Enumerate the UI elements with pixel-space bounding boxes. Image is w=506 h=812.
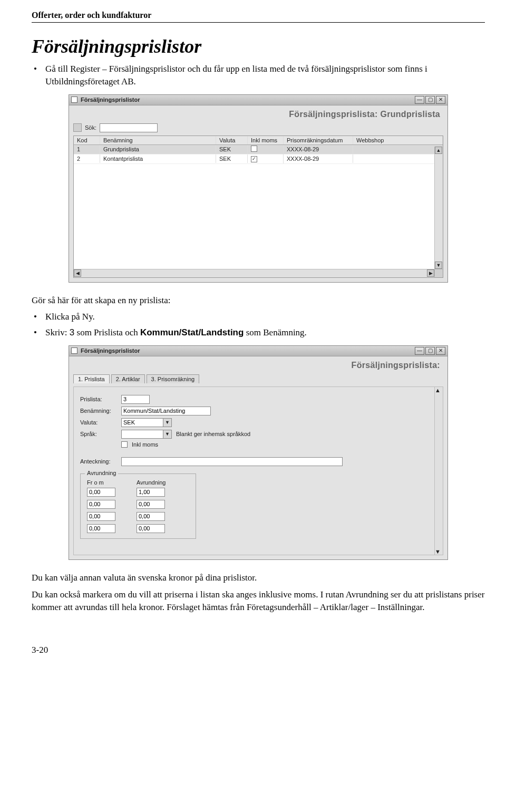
scroll-down-icon[interactable]: ▼ [435,262,442,269]
col-kod[interactable]: Kod [74,136,100,144]
label-inklmoms: Inkl moms [132,441,158,448]
search-label: Sök: [85,124,96,131]
label-anteckning: Anteckning: [80,458,117,465]
minimize-button[interactable]: — [415,347,424,355]
banner-title: Försäljningsprislista: Grundprislista [73,109,443,123]
cell-ben: Grundprislista [100,145,216,153]
tab-prisomrakning[interactable]: 3. Prisomräkning [147,374,200,383]
mid-text: Gör så här för att skapa en ny prislista… [32,294,485,307]
table-row[interactable]: 1 Grundprislista SEK XXXX-08-29 [74,145,443,154]
minimize-button[interactable]: — [415,96,424,104]
cell-valuta: SEK [216,145,248,153]
input-valuta[interactable] [121,418,163,427]
input-sprak[interactable] [121,430,163,439]
titlebar[interactable]: Försäljningsprislistor — ▢ ✕ [69,346,447,356]
cell-kod: 1 [74,145,100,153]
section-title: Försäljningsprislistor [32,35,485,57]
close-button[interactable]: ✕ [436,347,445,355]
table-row[interactable]: 2 Kontantprislista SEK ✓ XXXX-08-29 [74,154,443,164]
hint-sprak: Blankt ger inhemsk språkkod [176,431,250,437]
combo-sprak[interactable]: ▼ [121,430,172,439]
closing-p2: Du kan också markera om du vill att pris… [32,588,485,614]
banner-title: Försäljningsprislista: [73,360,443,374]
rounding-from-2[interactable] [87,512,115,521]
cell-ben: Kontantprislista [100,154,216,163]
chevron-down-icon[interactable]: ▼ [163,418,172,427]
bullet-klicka-ny: Klicka på Ny. [43,311,485,323]
scroll-left-icon[interactable]: ◀ [74,269,81,277]
maximize-button[interactable]: ▢ [425,96,435,104]
label-sprak: Språk: [80,431,117,437]
input-benamning[interactable] [121,407,211,415]
tab-prislista[interactable]: 1. Prislista [73,374,110,383]
legend-avrundning: Avrundning [85,470,118,476]
col-datum[interactable]: Prisomräkningsdatum [284,136,353,144]
vertical-scrollbar[interactable]: ▲ ▼ [434,387,443,555]
window-title: Försäljningsprislistor [81,96,415,103]
rounding-val-2[interactable] [137,512,165,521]
checkbox-inklmoms[interactable] [121,441,128,448]
bold-label: Kommun/Stat/Landsting [140,327,244,337]
cell-datum: XXXX-08-29 [284,145,353,153]
rounding-from-1[interactable] [87,500,115,509]
col-webbshop[interactable]: Webbshop [353,136,443,144]
col-benamning[interactable]: Benämning [100,136,216,144]
input-anteckning[interactable] [121,457,343,466]
grid-header: Kod Benämning Valuta Inkl moms Prisomräk… [74,136,443,145]
tab-artiklar[interactable]: 2. Artiklar [111,374,145,383]
code-3: 3 [70,327,74,337]
header-avr: Avrundning [137,479,171,486]
text: Skriv: [45,327,70,337]
input-prislista[interactable] [121,395,150,404]
rounding-val-3[interactable] [137,524,165,533]
running-head: Offerter, order och kundfakturor [32,11,485,23]
rounding-val-0[interactable] [137,488,165,497]
scroll-down-icon[interactable]: ▼ [435,548,441,555]
cell-kod: 2 [74,154,100,163]
checkbox-icon[interactable] [251,146,257,152]
pricelist-grid: Kod Benämning Valuta Inkl moms Prisomräk… [73,136,443,278]
app-icon [71,96,77,103]
maximize-button[interactable]: ▢ [425,347,435,355]
rounding-val-1[interactable] [137,500,165,509]
col-valuta[interactable]: Valuta [216,136,248,144]
chevron-down-icon[interactable]: ▼ [163,430,172,439]
cell-valuta: SEK [216,154,248,163]
cell-web [353,148,443,150]
titlebar[interactable]: Försäljningsprislistor — ▢ ✕ [69,95,447,105]
tabs: 1. Prislista 2. Artiklar 3. Prisomräknin… [73,374,443,383]
label-prislista: Prislista: [80,396,117,402]
close-button[interactable]: ✕ [436,96,445,104]
header-from: Fr o m [87,479,122,486]
groupbox-avrundning: Avrundning Fr o m Avrundning [80,473,196,539]
toolbar-icon[interactable] [73,123,82,132]
checkbox-icon[interactable]: ✓ [251,156,257,162]
form-area: Prislista: Benämning: Valuta: ▼ Språk: [73,386,443,555]
app-icon [71,347,77,354]
rounding-from-0[interactable] [87,488,115,497]
bullet-skriv: Skriv: 3 som Prislista och Kommun/Stat/L… [43,326,485,339]
window-prislistor-list: Försäljningsprislistor — ▢ ✕ Försäljning… [69,94,448,283]
window-prislista-form: Försäljningsprislistor — ▢ ✕ Försäljning… [69,345,448,560]
intro-bullet: Gå till Register – Försäljningsprislisto… [43,63,485,88]
col-inklmoms[interactable]: Inkl moms [248,136,284,144]
window-title: Försäljningsprislistor [81,347,415,354]
rounding-from-3[interactable] [87,524,115,533]
combo-valuta[interactable]: ▼ [121,418,172,427]
label-benamning: Benämning: [80,408,117,414]
cell-web [353,158,443,160]
text: som Prislista och [74,327,140,337]
cell-inkl [248,145,284,154]
scroll-right-icon[interactable]: ▶ [427,269,434,277]
closing-p1: Du kan välja annan valuta än svenska kro… [32,572,485,584]
vertical-scrollbar[interactable]: ▲ ▼ [434,147,443,269]
scroll-up-icon[interactable]: ▲ [435,147,442,154]
page-number: 3-20 [32,645,485,655]
cell-inkl: ✓ [248,154,284,163]
label-valuta: Valuta: [80,419,117,426]
horizontal-scrollbar[interactable]: ◀ ▶ [74,269,434,277]
text: som Benämning. [244,327,306,337]
search-input[interactable] [100,123,158,132]
scroll-corner [434,269,443,277]
scroll-up-icon[interactable]: ▲ [435,387,441,393]
